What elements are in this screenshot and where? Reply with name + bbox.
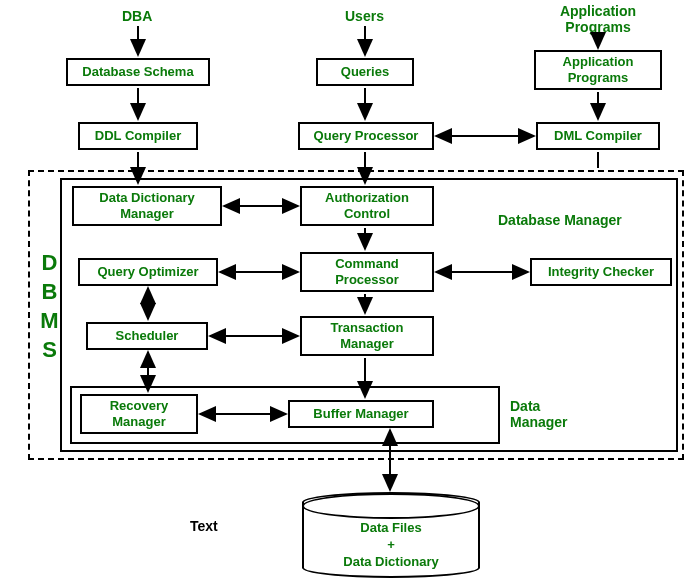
actor-users: Users [345, 8, 384, 24]
label-data-manager: Data Manager [510, 398, 568, 430]
actor-dba: DBA [122, 8, 152, 24]
actor-app-programs: Application Programs [548, 3, 648, 35]
node-query-optimizer: Query Optimizer [78, 258, 218, 286]
node-authorization-control: Authorization Control [300, 186, 434, 226]
node-integrity-checker: Integrity Checker [530, 258, 672, 286]
node-database-schema: Database Schema [66, 58, 210, 86]
node-app-programs: Application Programs [534, 50, 662, 90]
node-queries: Queries [316, 58, 414, 86]
node-scheduler: Scheduler [86, 322, 208, 350]
label-database-manager: Database Manager [498, 212, 622, 228]
node-ddl-compiler: DDL Compiler [78, 122, 198, 150]
storage-cylinder-text: Data Files + Data Dictionary [304, 520, 478, 571]
storage-cylinder: Data Files + Data Dictionary [302, 492, 480, 578]
node-dml-compiler: DML Compiler [536, 122, 660, 150]
node-command-processor: Command Processor [300, 252, 434, 292]
label-dbms: DBMS [36, 250, 62, 366]
label-text: Text [190, 518, 218, 534]
node-query-processor: Query Processor [298, 122, 434, 150]
node-recovery-manager: Recovery Manager [80, 394, 198, 434]
node-transaction-manager: Transaction Manager [300, 316, 434, 356]
node-buffer-manager: Buffer Manager [288, 400, 434, 428]
node-data-dictionary-manager: Data Dictionary Manager [72, 186, 222, 226]
